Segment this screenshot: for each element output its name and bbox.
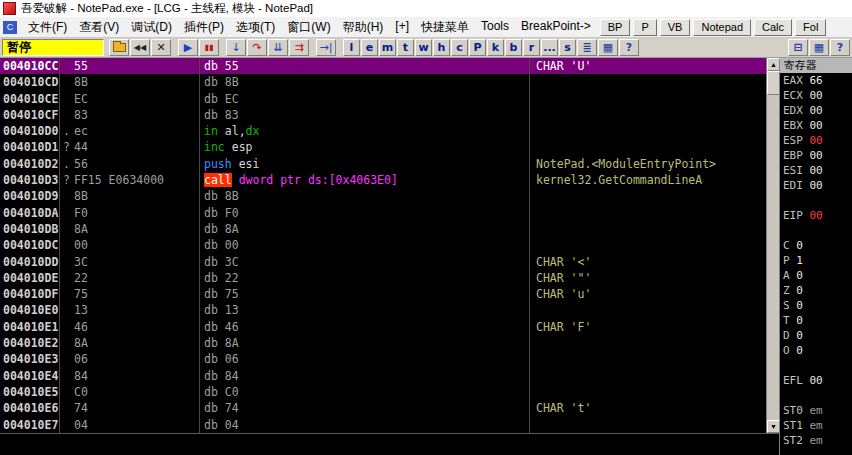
- menu-item-7[interactable]: [+]: [389, 17, 415, 38]
- register-row-t[interactable]: T 0: [780, 313, 852, 328]
- register-row-ebx[interactable]: EBX 00: [780, 118, 852, 133]
- step-into-button[interactable]: ↓: [226, 39, 246, 56]
- menu-item-10[interactable]: BreakPoint->: [515, 17, 597, 38]
- view-button-1[interactable]: ▦: [598, 39, 618, 56]
- letter-button-P[interactable]: P: [469, 39, 486, 56]
- letter-button-s[interactable]: s: [559, 39, 576, 56]
- right-button-0[interactable]: ⊟: [788, 39, 808, 56]
- letter-button-h[interactable]: h: [433, 39, 450, 56]
- menu-item-8[interactable]: 快捷菜单: [415, 17, 475, 38]
- disasm-row[interactable]: 004010E484db 84: [0, 368, 779, 384]
- disassembly-cell: push esi: [200, 156, 530, 172]
- register-row-s[interactable]: S 0: [780, 298, 852, 313]
- hex-bytes: 55: [74, 59, 88, 73]
- letter-button-t[interactable]: t: [397, 39, 414, 56]
- animate-over-button[interactable]: ⇉: [289, 39, 309, 56]
- disasm-row[interactable]: 004010E704db 04: [0, 417, 779, 433]
- view-button-2[interactable]: ?: [619, 39, 639, 56]
- register-row-eip[interactable]: EIP 00: [780, 208, 852, 223]
- disasm-row[interactable]: 004010E5C0db C0: [0, 384, 779, 400]
- register-row-d[interactable]: D 0: [780, 328, 852, 343]
- menu-item-3[interactable]: 插件(P): [178, 17, 230, 38]
- letter-button-b[interactable]: b: [505, 39, 522, 56]
- register-row-esp[interactable]: ESP 00: [780, 133, 852, 148]
- vertical-scrollbar[interactable]: ▲ ▼: [766, 58, 779, 433]
- pause-button[interactable]: ▮▮: [199, 39, 219, 56]
- menu-item-5[interactable]: 窗口(W): [281, 17, 336, 38]
- letter-button-c[interactable]: c: [451, 39, 468, 56]
- quick-button-fol[interactable]: Fol: [795, 19, 826, 36]
- open-file-button[interactable]: [109, 39, 129, 56]
- disasm-row[interactable]: 004010DB8Adb 8A: [0, 221, 779, 237]
- letter-button-e[interactable]: e: [361, 39, 378, 56]
- register-row-o[interactable]: O 0: [780, 343, 852, 358]
- disasm-row[interactable]: 004010E674db 74CHAR 't': [0, 400, 779, 416]
- letter-button-w[interactable]: w: [415, 39, 432, 56]
- register-row-edi[interactable]: EDI 00: [780, 178, 852, 193]
- register-row-efl[interactable]: EFL 00: [780, 373, 852, 388]
- registers-pane-title[interactable]: 寄存器: [780, 58, 852, 73]
- quick-button-p[interactable]: P: [633, 19, 656, 36]
- disasm-row[interactable]: 004010E013db 13: [0, 302, 779, 318]
- scrollbar-thumb[interactable]: [767, 71, 780, 95]
- disasm-row[interactable]: 004010DAF0db F0: [0, 205, 779, 221]
- disasm-row-selected[interactable]: 004010CC55db 55CHAR 'U': [0, 58, 779, 74]
- quick-button-notepad[interactable]: Notepad: [693, 19, 751, 36]
- register-row-eax[interactable]: EAX 66: [780, 73, 852, 88]
- view-button-0[interactable]: ≣: [577, 39, 597, 56]
- menu-item-2[interactable]: 调试(D): [125, 17, 178, 38]
- address-cell: 004010DD: [0, 254, 60, 270]
- disasm-row[interactable]: 004010D3?FF15 E0634000call dword ptr ds:…: [0, 172, 779, 188]
- letter-button-l[interactable]: l: [343, 39, 360, 56]
- register-row-st0[interactable]: ST0 em: [780, 403, 852, 418]
- menu-item-4[interactable]: 选项(T): [230, 17, 281, 38]
- menu-item-0[interactable]: 文件(F): [22, 17, 73, 38]
- letter-button-r[interactable]: r: [523, 39, 540, 56]
- disasm-row[interactable]: 004010DE22db 22CHAR '"': [0, 270, 779, 286]
- menu-item-1[interactable]: 查看(V): [73, 17, 125, 38]
- register-row-a[interactable]: A 0: [780, 268, 852, 283]
- right-button-2[interactable]: ?: [830, 39, 850, 56]
- disasm-row[interactable]: 004010E146db 46CHAR 'F': [0, 319, 779, 335]
- disasm-row[interactable]: 004010DD3Cdb 3CCHAR '<': [0, 254, 779, 270]
- register-row-st2[interactable]: ST2 em: [780, 433, 852, 448]
- animate-into-button[interactable]: ⇊: [268, 39, 288, 56]
- scroll-down-button[interactable]: ▼: [767, 420, 780, 433]
- disasm-row[interactable]: 004010D98Bdb 8B: [0, 188, 779, 204]
- disasm-row[interactable]: 004010CEECdb EC: [0, 91, 779, 107]
- disasm-row[interactable]: 004010D2.56push esiNotePad.<ModuleEntryP…: [0, 156, 779, 172]
- register-row-ecx[interactable]: ECX 00: [780, 88, 852, 103]
- quick-button-bp[interactable]: BP: [600, 19, 631, 36]
- letter-button-...[interactable]: ...: [541, 39, 558, 56]
- cpu-window-icon[interactable]: [3, 21, 17, 34]
- disasm-row[interactable]: 004010CD8Bdb 8B: [0, 74, 779, 90]
- disassembly-cell: db 74: [200, 400, 530, 416]
- disasm-row[interactable]: 004010E28Adb 8A: [0, 335, 779, 351]
- letter-button-m[interactable]: m: [379, 39, 396, 56]
- register-row-st1[interactable]: ST1 em: [780, 418, 852, 433]
- scroll-up-button[interactable]: ▲: [767, 58, 780, 71]
- menu-item-6[interactable]: 帮助(H): [337, 17, 390, 38]
- register-row-esi[interactable]: ESI 00: [780, 163, 852, 178]
- menu-item-9[interactable]: Tools: [475, 17, 515, 38]
- restart-button[interactable]: ◀◀: [130, 39, 150, 56]
- disasm-row[interactable]: 004010D1?44inc esp: [0, 139, 779, 155]
- disasm-row[interactable]: 004010E306db 06: [0, 351, 779, 367]
- disasm-row[interactable]: 004010DC00db 00: [0, 237, 779, 253]
- disasm-row[interactable]: 004010DF75db 75CHAR 'u': [0, 286, 779, 302]
- quick-button-calc[interactable]: Calc: [754, 19, 792, 36]
- close-button[interactable]: ✕: [151, 39, 171, 56]
- register-row-p[interactable]: P 1: [780, 253, 852, 268]
- register-row-ebp[interactable]: EBP 00: [780, 148, 852, 163]
- disasm-row[interactable]: 004010CF83db 83: [0, 107, 779, 123]
- step-over-button[interactable]: ↷: [247, 39, 267, 56]
- run-to-return-button[interactable]: →|: [316, 39, 336, 56]
- run-button[interactable]: ▶: [178, 39, 198, 56]
- right-button-1[interactable]: ▦: [809, 39, 829, 56]
- register-row-z[interactable]: Z 0: [780, 283, 852, 298]
- quick-button-vb[interactable]: VB: [660, 19, 691, 36]
- register-row-edx[interactable]: EDX 00: [780, 103, 852, 118]
- register-row-c[interactable]: C 0: [780, 238, 852, 253]
- disasm-row[interactable]: 004010D0.ecin al,dx: [0, 123, 779, 139]
- letter-button-k[interactable]: k: [487, 39, 504, 56]
